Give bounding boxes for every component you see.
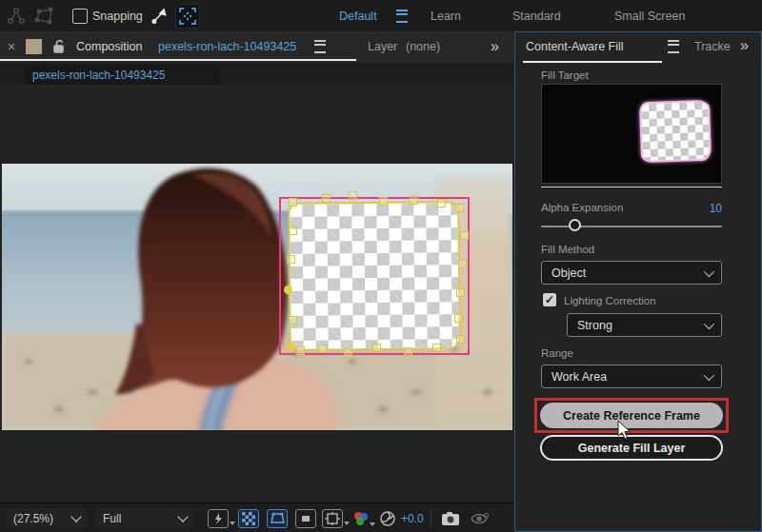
tab-content-aware-fill[interactable]: Content-Aware Fill bbox=[526, 40, 624, 53]
zoom-level-value: (27.5%) bbox=[13, 512, 53, 525]
alpha-expansion-slider-knob[interactable] bbox=[569, 219, 581, 231]
mask-handle[interactable] bbox=[318, 345, 327, 353]
exposure-value[interactable]: +0.0 bbox=[401, 503, 424, 532]
grid-guides-options-icon[interactable] bbox=[322, 503, 350, 532]
panel-overflow-icon[interactable]: » bbox=[491, 31, 499, 61]
mask-handle[interactable] bbox=[460, 231, 469, 240]
content-aware-fill-panel: Content-Aware Fill Tracke » Fill Target … bbox=[514, 31, 762, 532]
corner-pin-tool-icon[interactable] bbox=[34, 0, 55, 31]
preview-baseline bbox=[541, 187, 722, 187]
close-icon[interactable]: × bbox=[8, 31, 15, 61]
mask-handle[interactable] bbox=[379, 197, 388, 206]
mask-handle[interactable] bbox=[410, 196, 418, 205]
viewer-selector-value: pexels-ron-lach-10493425 bbox=[32, 69, 165, 82]
region-of-interest-icon[interactable] bbox=[295, 503, 316, 532]
top-toolbar: Snapping Default Learn Standard Small Sc… bbox=[0, 0, 762, 32]
mouse-cursor bbox=[617, 420, 632, 441]
mask-handle[interactable] bbox=[289, 316, 297, 325]
snapping-label: Snapping bbox=[92, 0, 143, 31]
workspace-tab-standard[interactable]: Standard bbox=[512, 0, 561, 31]
mask-visibility-icon[interactable] bbox=[267, 503, 288, 532]
snapping-checkbox[interactable] bbox=[72, 0, 88, 31]
workspace-tab-default[interactable]: Default bbox=[339, 0, 377, 31]
lighting-correction-value: Strong bbox=[577, 319, 612, 332]
transparency-grid-icon[interactable] bbox=[238, 503, 259, 532]
chevron-down-icon bbox=[704, 266, 714, 276]
resolution-value: Full bbox=[103, 512, 121, 525]
mask-bounding-box[interactable] bbox=[279, 197, 470, 355]
workspace-menu-icon[interactable] bbox=[396, 0, 408, 31]
fill-method-label: Fill Method bbox=[541, 244, 594, 255]
layer-panel-value: (none) bbox=[406, 31, 440, 61]
composition-panel-menu-icon[interactable] bbox=[314, 31, 326, 61]
lighting-correction-label: Lighting Correction bbox=[564, 295, 656, 306]
zoom-level-dropdown[interactable]: (27.5%) bbox=[6, 503, 88, 532]
chevron-down-icon bbox=[704, 318, 714, 328]
mask-handle-round[interactable] bbox=[284, 286, 292, 294]
selection-brackets-icon[interactable] bbox=[175, 4, 200, 29]
chevron-down-icon bbox=[177, 511, 188, 522]
show-snapshot-icon[interactable] bbox=[471, 503, 490, 532]
chevron-down-icon bbox=[70, 511, 81, 522]
mask-handle[interactable] bbox=[455, 204, 464, 212]
snapping-checkbox-box[interactable] bbox=[72, 9, 88, 24]
mask-handle[interactable] bbox=[458, 260, 467, 268]
range-dropdown[interactable]: Work Area bbox=[541, 365, 722, 388]
composition-name[interactable]: pexels-ron-lach-10493425 bbox=[158, 31, 296, 61]
viewer-selector-dropdown[interactable]: pexels-ron-lach-10493425 bbox=[24, 65, 220, 85]
after-effects-window: Snapping Default Learn Standard Small Sc… bbox=[0, 0, 762, 532]
fill-method-value: Object bbox=[551, 266, 586, 280]
arrow-tool-icon[interactable] bbox=[150, 0, 169, 31]
mask-handle-round[interactable] bbox=[287, 343, 295, 351]
channels-icon[interactable] bbox=[352, 503, 375, 532]
mask-handle[interactable] bbox=[289, 198, 297, 207]
mask-handle[interactable] bbox=[344, 348, 352, 357]
fast-previews-icon[interactable] bbox=[208, 503, 235, 532]
mask-handle[interactable] bbox=[296, 346, 305, 355]
motion-path-tool-icon[interactable] bbox=[6, 0, 27, 31]
toolbar-separator bbox=[431, 503, 431, 532]
caf-panel-menu-icon[interactable] bbox=[668, 40, 679, 56]
mask-handle[interactable] bbox=[372, 344, 381, 352]
exposure-icon[interactable] bbox=[379, 503, 396, 532]
panel-overflow-icon[interactable]: » bbox=[740, 37, 749, 54]
mask-handle[interactable] bbox=[404, 347, 412, 356]
mask-handle[interactable] bbox=[456, 288, 465, 297]
fill-target-mask-thumbnail bbox=[639, 100, 712, 164]
active-tab-underline bbox=[0, 59, 356, 61]
layer-panel-label[interactable]: Layer bbox=[368, 31, 397, 61]
mask-handle[interactable] bbox=[437, 199, 446, 207]
lighting-correction-checkbox[interactable] bbox=[543, 293, 556, 306]
take-snapshot-icon[interactable] bbox=[441, 503, 460, 532]
tab-tracker[interactable]: Tracke bbox=[694, 40, 732, 53]
resolution-dropdown[interactable]: Full bbox=[95, 503, 194, 532]
mask-handle[interactable] bbox=[454, 314, 463, 323]
mask-handle[interactable] bbox=[322, 194, 331, 203]
fill-target-label: Fill Target bbox=[541, 69, 589, 81]
unlock-icon[interactable] bbox=[51, 31, 66, 61]
viewer-bottom-toolbar: (27.5%) Full bbox=[0, 502, 513, 532]
composition-panel-label[interactable]: Composition bbox=[76, 31, 142, 61]
mask-handle[interactable] bbox=[349, 191, 357, 200]
range-label: Range bbox=[541, 347, 573, 359]
range-value: Work Area bbox=[551, 370, 607, 384]
workspace-tab-learn[interactable]: Learn bbox=[431, 0, 461, 31]
alpha-expansion-value[interactable]: 10 bbox=[541, 202, 722, 215]
workspace-tab-small-screen[interactable]: Small Screen bbox=[614, 0, 685, 31]
label-color-swatch[interactable] bbox=[26, 31, 42, 61]
mask-handle[interactable] bbox=[456, 335, 465, 344]
active-tab-underline bbox=[523, 61, 662, 63]
fill-target-preview bbox=[541, 84, 722, 184]
fill-method-dropdown[interactable]: Object bbox=[541, 261, 722, 285]
lighting-correction-dropdown[interactable]: Strong bbox=[567, 313, 722, 337]
chevron-down-icon bbox=[704, 369, 714, 380]
mask-handle[interactable] bbox=[432, 344, 441, 352]
mask-handle[interactable] bbox=[287, 255, 295, 264]
mask-handle[interactable] bbox=[289, 227, 297, 235]
